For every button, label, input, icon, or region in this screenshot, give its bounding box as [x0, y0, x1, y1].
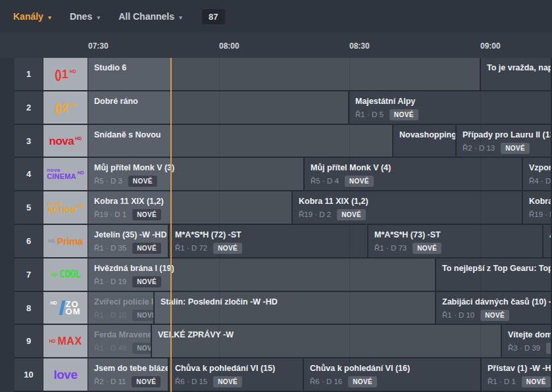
program-title: Studio 6: [94, 62, 480, 73]
program-block[interactable]: Dobré ráno: [88, 91, 348, 124]
program-block[interactable]: Ferda Mravenec (4Ř1 · D 49NOVÉ: [88, 325, 151, 357]
hd-tag: HD: [78, 170, 84, 178]
program-episode-info: Ř1 · D 19: [94, 278, 126, 285]
channel-logo-cell[interactable]: ()1HD: [43, 58, 88, 90]
new-badge: NOVÉ: [413, 243, 441, 254]
time-tick-label: 07:30: [88, 41, 109, 51]
program-block[interactable]: Hvězdná brána I (19)Ř1 · D 19NOVÉ: [88, 258, 435, 291]
program-block[interactable]: Jetelín (35) -W -HDŘ1 · D 35NOVÉ: [88, 225, 168, 257]
program-block[interactable]: Majestátní AlpyŘ1 · D 5NOVÉ: [349, 91, 551, 124]
new-badge: NOVÉ: [522, 376, 551, 387]
program-block[interactable]: Stalin: Poslední zločin -W -HD: [155, 292, 435, 324]
channel-number: 6: [14, 225, 43, 257]
channel-filter-label: All Channels: [118, 11, 174, 22]
new-badge: NOVÉ: [337, 209, 366, 220]
program-block[interactable]: Kobra 11 XIX (1,2)Ř19 · D 1NOVÉ: [88, 191, 291, 224]
program-block[interactable]: A: [543, 225, 551, 257]
program-episode-info: Ř4 · D 8: [529, 177, 551, 185]
program-block[interactable]: Můj přítel Monk V (4)Ř5 · D 4NOVÉ: [305, 158, 522, 190]
program-block[interactable]: Zabijáci dávných časů (10) -W -HŘ1 · D 1…: [436, 292, 551, 324]
program-episode-info: Ř1 · D 1: [488, 378, 516, 385]
program-block[interactable]: Případy pro Lauru II (13)Ř2 · D 13NOVÉ: [457, 125, 551, 157]
program-block[interactable]: To nejlepší z Top Gearu: Top 41 -: [436, 258, 551, 291]
channel-logo-cell[interactable]: novaACTIONHD: [43, 191, 88, 224]
program-block[interactable]: Novashopping: [393, 125, 455, 157]
program-title: To je vražda, napsala: [487, 62, 551, 73]
program-block[interactable]: To je vražda, napsala: [481, 58, 551, 90]
channels-menu[interactable]: Kanály ▾: [13, 11, 51, 22]
day-menu[interactable]: Dnes ▾: [70, 11, 100, 22]
channel-logo-cell[interactable]: novaCINEMAHD: [43, 158, 88, 190]
hd-tag: HD: [70, 69, 76, 74]
program-episode-info: Ř5 · D 3: [94, 177, 122, 185]
program-title: Vzpomínky: [529, 162, 551, 173]
program-block[interactable]: Zvířecí policie PhoŘ1 · D 10NOVÉ: [88, 292, 153, 324]
time-tick-label: 09:00: [480, 41, 501, 51]
program-block[interactable]: M*A*S*H (73) -STŘ1 · D 73NOVÉ: [368, 225, 542, 257]
program-block[interactable]: VzpomínkyŘ4 · D 8: [523, 158, 551, 190]
program-title: Zabijáci dávných časů (10) -W -H: [442, 297, 551, 307]
channel-logo-cell[interactable]: HDZOOM: [43, 292, 88, 324]
program-episode-info: Ř1 · D 73: [374, 244, 407, 252]
channel-logo-cell[interactable]: ()2HD: [43, 91, 88, 124]
channel-digit: 2: [62, 102, 68, 114]
program-block[interactable]: Vítejte doma!Ř3 · D 39NOVÉ: [502, 325, 551, 357]
program-info: Hvězdná brána I (19)Ř1 · D 19NOVÉ: [88, 258, 435, 287]
program-meta: Ř1 · D 19NOVÉ: [94, 276, 435, 287]
program-title: Kobra 11: [529, 196, 551, 207]
love-wordmark: love: [53, 368, 77, 381]
program-title: Snídaně s Novou: [94, 130, 392, 140]
channel-digit: 1: [62, 68, 68, 80]
channel-count-badge: 87: [202, 9, 224, 24]
program-info: Chůva k pohledání VI (16)Ř6 · D 16NOVÉ: [304, 358, 480, 387]
nova-wordmark: nova: [49, 135, 74, 147]
hd-tag: HD: [75, 136, 82, 141]
program-block[interactable]: M*A*S*H (72) -STŘ1 · D 72NOVÉ: [169, 225, 367, 257]
ct-brackets-icon: (): [55, 101, 61, 114]
channel-logo-cell[interactable]: HDMAX: [43, 325, 88, 357]
zoom-wordmark: ZOOM: [66, 301, 81, 315]
program-episode-info: Ř19 · D 1: [94, 210, 126, 218]
program-block[interactable]: Chůva k pohledání VI (15)Ř6 · D 15NOVÉ: [169, 358, 303, 391]
channel-logo-cell[interactable]: HDPrima: [43, 225, 88, 257]
channel-logo-cell[interactable]: novaHD: [43, 125, 88, 157]
chevron-down-icon: ▾: [48, 14, 51, 21]
program-title: Můj přítel Monk V (3): [94, 162, 303, 173]
program-block[interactable]: Snídaně s Novou: [88, 125, 392, 157]
channel-logo-cell[interactable]: love: [43, 358, 88, 391]
program-info: To je vražda, napsala: [481, 58, 551, 73]
day-menu-label: Dnes: [70, 11, 92, 22]
channel-number: 9: [14, 325, 43, 357]
program-block[interactable]: Kobra 11 XIX (1,2)Ř19 · D 2NOVÉ: [293, 191, 522, 224]
program-block[interactable]: Kobra 11Ř19 · D: [523, 191, 551, 224]
program-meta: Ř1 · D 1NOVÉ: [488, 376, 551, 387]
channel-number: 3: [14, 125, 43, 157]
hd-tag: HD: [70, 103, 76, 107]
channel-filter-menu[interactable]: All Channels ▾: [118, 11, 182, 22]
program-info: Vítejte doma!Ř3 · D 39NOVÉ: [502, 325, 551, 354]
program-info: To nejlepší z Top Gearu: Top 41 -: [436, 258, 551, 274]
program-episode-info: Ř6 · D 16: [310, 378, 342, 385]
program-block[interactable]: Přístav (1) -W -HDŘ1 · D 1NOVÉ: [482, 358, 551, 391]
channel-number: 2: [14, 91, 43, 124]
chevron-down-icon: ▾: [97, 14, 100, 21]
program-block[interactable]: Jsem do tebe blázen II (1Ř2 · D 11NOVÉ: [88, 358, 168, 391]
program-title: M*A*S*H (72) -ST: [175, 230, 367, 240]
program-info: Kobra 11Ř19 · D: [523, 191, 551, 220]
program-info: Dobré ráno: [88, 91, 348, 107]
program-info: VzpomínkyŘ4 · D 8: [523, 158, 551, 187]
program-block[interactable]: Můj přítel Monk V (3)Ř5 · D 3NOVÉ: [88, 158, 303, 190]
program-meta: Ř1 · D 35NOVÉ: [94, 242, 168, 254]
program-block[interactable]: Studio 6: [88, 58, 480, 90]
program-block[interactable]: VELKÉ ZPRÁVY -W: [152, 325, 501, 357]
program-meta: Ř4 · D 8: [529, 175, 551, 187]
channel-number: 7: [14, 258, 43, 291]
channel-logo-cell[interactable]: HDCOOL: [43, 258, 88, 291]
new-badge: NOVÉ: [546, 343, 551, 354]
new-badge: NOVÉ: [480, 310, 509, 321]
program-title: Chůva k pohledání VI (16): [310, 363, 480, 374]
new-badge: NOVÉ: [132, 310, 153, 321]
channel-number: 10: [14, 358, 43, 391]
program-block[interactable]: Chůva k pohledání VI (16)Ř6 · D 16NOVÉ: [304, 358, 480, 391]
channels-menu-label: Kanály: [13, 11, 43, 22]
